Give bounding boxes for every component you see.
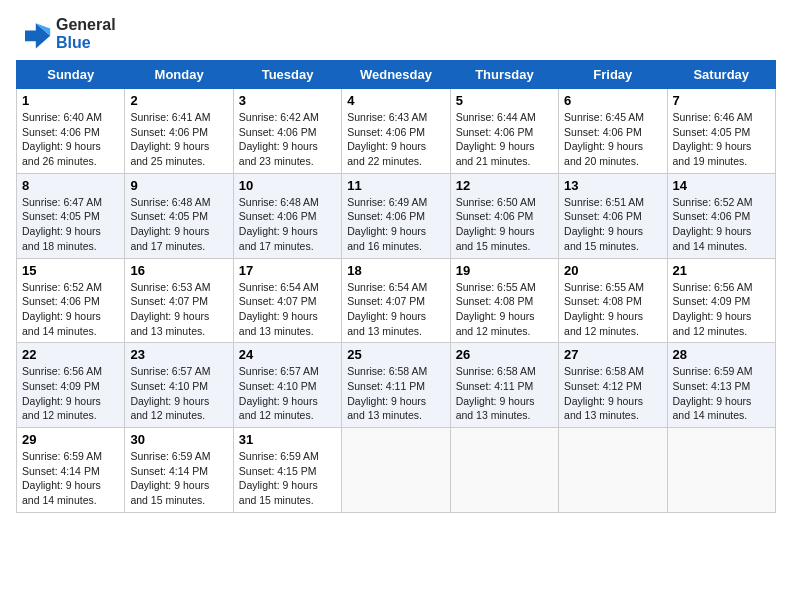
- calendar-cell: 24 Sunrise: 6:57 AM Sunset: 4:10 PM Dayl…: [233, 343, 341, 428]
- calendar-body: 1 Sunrise: 6:40 AM Sunset: 4:06 PM Dayli…: [17, 89, 776, 513]
- cell-info: Sunrise: 6:58 AM Sunset: 4:11 PM Dayligh…: [456, 364, 553, 423]
- cell-info: Sunrise: 6:57 AM Sunset: 4:10 PM Dayligh…: [130, 364, 227, 423]
- calendar-cell: 9 Sunrise: 6:48 AM Sunset: 4:05 PM Dayli…: [125, 173, 233, 258]
- calendar-cell: [450, 428, 558, 513]
- cell-info: Sunrise: 6:59 AM Sunset: 4:14 PM Dayligh…: [130, 449, 227, 508]
- day-number: 7: [673, 93, 770, 108]
- calendar-week-row: 29 Sunrise: 6:59 AM Sunset: 4:14 PM Dayl…: [17, 428, 776, 513]
- cell-info: Sunrise: 6:52 AM Sunset: 4:06 PM Dayligh…: [22, 280, 119, 339]
- cell-info: Sunrise: 6:54 AM Sunset: 4:07 PM Dayligh…: [239, 280, 336, 339]
- calendar-week-row: 22 Sunrise: 6:56 AM Sunset: 4:09 PM Dayl…: [17, 343, 776, 428]
- calendar-cell: [667, 428, 775, 513]
- day-number: 30: [130, 432, 227, 447]
- cell-info: Sunrise: 6:48 AM Sunset: 4:06 PM Dayligh…: [239, 195, 336, 254]
- calendar-cell: [559, 428, 667, 513]
- calendar-cell: 5 Sunrise: 6:44 AM Sunset: 4:06 PM Dayli…: [450, 89, 558, 174]
- cell-info: Sunrise: 6:48 AM Sunset: 4:05 PM Dayligh…: [130, 195, 227, 254]
- calendar-cell: 26 Sunrise: 6:58 AM Sunset: 4:11 PM Dayl…: [450, 343, 558, 428]
- day-number: 28: [673, 347, 770, 362]
- calendar-table: SundayMondayTuesdayWednesdayThursdayFrid…: [16, 60, 776, 513]
- day-number: 4: [347, 93, 444, 108]
- calendar-cell: 25 Sunrise: 6:58 AM Sunset: 4:11 PM Dayl…: [342, 343, 450, 428]
- calendar-cell: 13 Sunrise: 6:51 AM Sunset: 4:06 PM Dayl…: [559, 173, 667, 258]
- logo: General Blue: [16, 16, 116, 52]
- cell-info: Sunrise: 6:57 AM Sunset: 4:10 PM Dayligh…: [239, 364, 336, 423]
- calendar-cell: 18 Sunrise: 6:54 AM Sunset: 4:07 PM Dayl…: [342, 258, 450, 343]
- cell-info: Sunrise: 6:58 AM Sunset: 4:12 PM Dayligh…: [564, 364, 661, 423]
- calendar-week-row: 8 Sunrise: 6:47 AM Sunset: 4:05 PM Dayli…: [17, 173, 776, 258]
- cell-info: Sunrise: 6:59 AM Sunset: 4:13 PM Dayligh…: [673, 364, 770, 423]
- calendar-cell: 27 Sunrise: 6:58 AM Sunset: 4:12 PM Dayl…: [559, 343, 667, 428]
- calendar-cell: 12 Sunrise: 6:50 AM Sunset: 4:06 PM Dayl…: [450, 173, 558, 258]
- cell-info: Sunrise: 6:56 AM Sunset: 4:09 PM Dayligh…: [22, 364, 119, 423]
- logo-text: General Blue: [56, 16, 116, 52]
- cell-info: Sunrise: 6:44 AM Sunset: 4:06 PM Dayligh…: [456, 110, 553, 169]
- calendar-cell: 1 Sunrise: 6:40 AM Sunset: 4:06 PM Dayli…: [17, 89, 125, 174]
- day-number: 11: [347, 178, 444, 193]
- calendar-cell: 31 Sunrise: 6:59 AM Sunset: 4:15 PM Dayl…: [233, 428, 341, 513]
- cell-info: Sunrise: 6:40 AM Sunset: 4:06 PM Dayligh…: [22, 110, 119, 169]
- day-number: 16: [130, 263, 227, 278]
- dow-header: Friday: [559, 61, 667, 89]
- calendar-cell: 16 Sunrise: 6:53 AM Sunset: 4:07 PM Dayl…: [125, 258, 233, 343]
- day-number: 1: [22, 93, 119, 108]
- day-number: 21: [673, 263, 770, 278]
- day-number: 8: [22, 178, 119, 193]
- calendar-cell: 2 Sunrise: 6:41 AM Sunset: 4:06 PM Dayli…: [125, 89, 233, 174]
- calendar-week-row: 1 Sunrise: 6:40 AM Sunset: 4:06 PM Dayli…: [17, 89, 776, 174]
- cell-info: Sunrise: 6:47 AM Sunset: 4:05 PM Dayligh…: [22, 195, 119, 254]
- cell-info: Sunrise: 6:56 AM Sunset: 4:09 PM Dayligh…: [673, 280, 770, 339]
- cell-info: Sunrise: 6:59 AM Sunset: 4:14 PM Dayligh…: [22, 449, 119, 508]
- cell-info: Sunrise: 6:58 AM Sunset: 4:11 PM Dayligh…: [347, 364, 444, 423]
- day-number: 31: [239, 432, 336, 447]
- day-number: 12: [456, 178, 553, 193]
- day-number: 5: [456, 93, 553, 108]
- cell-info: Sunrise: 6:42 AM Sunset: 4:06 PM Dayligh…: [239, 110, 336, 169]
- cell-info: Sunrise: 6:43 AM Sunset: 4:06 PM Dayligh…: [347, 110, 444, 169]
- cell-info: Sunrise: 6:53 AM Sunset: 4:07 PM Dayligh…: [130, 280, 227, 339]
- day-number: 20: [564, 263, 661, 278]
- day-number: 29: [22, 432, 119, 447]
- day-number: 15: [22, 263, 119, 278]
- calendar-cell: 28 Sunrise: 6:59 AM Sunset: 4:13 PM Dayl…: [667, 343, 775, 428]
- calendar-cell: 30 Sunrise: 6:59 AM Sunset: 4:14 PM Dayl…: [125, 428, 233, 513]
- cell-info: Sunrise: 6:41 AM Sunset: 4:06 PM Dayligh…: [130, 110, 227, 169]
- dow-header: Monday: [125, 61, 233, 89]
- days-of-week-row: SundayMondayTuesdayWednesdayThursdayFrid…: [17, 61, 776, 89]
- day-number: 9: [130, 178, 227, 193]
- calendar-cell: 3 Sunrise: 6:42 AM Sunset: 4:06 PM Dayli…: [233, 89, 341, 174]
- day-number: 23: [130, 347, 227, 362]
- dow-header: Thursday: [450, 61, 558, 89]
- calendar-cell: 11 Sunrise: 6:49 AM Sunset: 4:06 PM Dayl…: [342, 173, 450, 258]
- calendar-cell: 22 Sunrise: 6:56 AM Sunset: 4:09 PM Dayl…: [17, 343, 125, 428]
- calendar-cell: 10 Sunrise: 6:48 AM Sunset: 4:06 PM Dayl…: [233, 173, 341, 258]
- calendar-cell: 6 Sunrise: 6:45 AM Sunset: 4:06 PM Dayli…: [559, 89, 667, 174]
- dow-header: Sunday: [17, 61, 125, 89]
- dow-header: Wednesday: [342, 61, 450, 89]
- calendar-cell: 17 Sunrise: 6:54 AM Sunset: 4:07 PM Dayl…: [233, 258, 341, 343]
- cell-info: Sunrise: 6:46 AM Sunset: 4:05 PM Dayligh…: [673, 110, 770, 169]
- cell-info: Sunrise: 6:55 AM Sunset: 4:08 PM Dayligh…: [456, 280, 553, 339]
- day-number: 22: [22, 347, 119, 362]
- calendar-cell: 14 Sunrise: 6:52 AM Sunset: 4:06 PM Dayl…: [667, 173, 775, 258]
- day-number: 14: [673, 178, 770, 193]
- cell-info: Sunrise: 6:50 AM Sunset: 4:06 PM Dayligh…: [456, 195, 553, 254]
- calendar-cell: [342, 428, 450, 513]
- calendar-cell: 15 Sunrise: 6:52 AM Sunset: 4:06 PM Dayl…: [17, 258, 125, 343]
- calendar-cell: 4 Sunrise: 6:43 AM Sunset: 4:06 PM Dayli…: [342, 89, 450, 174]
- cell-info: Sunrise: 6:51 AM Sunset: 4:06 PM Dayligh…: [564, 195, 661, 254]
- calendar-cell: 29 Sunrise: 6:59 AM Sunset: 4:14 PM Dayl…: [17, 428, 125, 513]
- header: General Blue: [16, 16, 776, 52]
- day-number: 26: [456, 347, 553, 362]
- day-number: 17: [239, 263, 336, 278]
- day-number: 24: [239, 347, 336, 362]
- cell-info: Sunrise: 6:52 AM Sunset: 4:06 PM Dayligh…: [673, 195, 770, 254]
- calendar-cell: 19 Sunrise: 6:55 AM Sunset: 4:08 PM Dayl…: [450, 258, 558, 343]
- day-number: 6: [564, 93, 661, 108]
- calendar-cell: 21 Sunrise: 6:56 AM Sunset: 4:09 PM Dayl…: [667, 258, 775, 343]
- calendar-cell: 23 Sunrise: 6:57 AM Sunset: 4:10 PM Dayl…: [125, 343, 233, 428]
- logo-icon: [16, 16, 52, 52]
- day-number: 3: [239, 93, 336, 108]
- dow-header: Tuesday: [233, 61, 341, 89]
- cell-info: Sunrise: 6:54 AM Sunset: 4:07 PM Dayligh…: [347, 280, 444, 339]
